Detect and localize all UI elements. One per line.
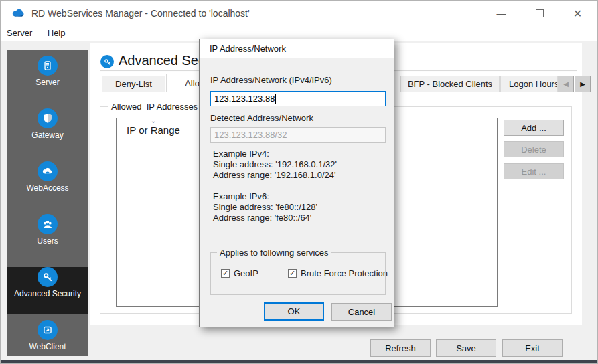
sidebar-item-advanced-security[interactable]: Advanced Security	[7, 267, 88, 314]
add-button[interactable]: Add ...	[504, 120, 564, 136]
exit-button[interactable]: Exit	[502, 339, 563, 357]
app-cloud-icon	[11, 7, 26, 18]
tab-deny-list[interactable]: Deny-List	[102, 76, 165, 92]
sidebar-item-webaccess[interactable]: WebAccess	[7, 161, 88, 208]
cancel-button[interactable]: Cancel	[331, 303, 392, 321]
cloud-icon	[38, 161, 58, 181]
arrow-right-icon: ▶	[580, 80, 585, 88]
bottom-edge-strip	[1, 360, 598, 364]
ip-address-label: IP Address/Network (IPv4/IPv6)	[210, 75, 332, 85]
ip-address-network-dialog: IP Address/Network IP Address/Network (I…	[199, 39, 394, 327]
tab-scroll-left-button[interactable]: ◀	[558, 76, 574, 92]
checkbox-checked-icon: ✓	[288, 269, 297, 278]
users-icon	[38, 214, 58, 234]
column-header-ip-or-range[interactable]: ⌄ IP or Range	[117, 119, 190, 136]
tab-scroll-right-button[interactable]: ▶	[575, 76, 591, 92]
ok-button[interactable]: OK	[264, 302, 324, 321]
text-caret	[275, 94, 276, 104]
services-legend: Applies to following services	[217, 248, 331, 258]
geoip-checkbox[interactable]: ✓ GeoIP	[221, 268, 258, 278]
webclient-icon	[38, 320, 58, 340]
app-window: RD WebServices Manager - Connected to 'l…	[0, 0, 598, 364]
sort-chevron-icon: ⌄	[117, 119, 190, 124]
tab-logon-hours[interactable]: Logon Hours	[500, 76, 558, 92]
menu-server[interactable]: Server	[1, 26, 38, 41]
brute-force-protection-checkbox[interactable]: ✓ Brute Force Protection	[288, 268, 388, 278]
title-bar: RD WebServices Manager - Connected to 'l…	[1, 1, 598, 26]
key-icon	[38, 267, 58, 287]
advanced-security-key-icon	[100, 55, 114, 68]
delete-button: Delete	[504, 141, 564, 157]
server-icon	[38, 56, 58, 76]
detected-address-field: 123.123.123.88/32	[210, 127, 386, 143]
tab-bfp-blocked-clients[interactable]: BFP - Blocked Clients	[400, 76, 500, 92]
allowed-ip-legend: Allowed IP Addresses	[108, 102, 201, 112]
minimize-icon: —	[497, 8, 506, 19]
maximize-icon	[536, 9, 544, 17]
minimize-button[interactable]: —	[486, 1, 516, 26]
sidebar-item-users[interactable]: Users	[7, 214, 88, 261]
examples-text: Example IPv4: Single address: '192.168.0…	[213, 149, 337, 223]
detected-address-label: Detected Address/Network	[210, 113, 313, 123]
save-button[interactable]: Save	[436, 339, 496, 357]
close-button[interactable]: ✕	[563, 1, 593, 26]
sidebar-item-gateway[interactable]: Gateway	[7, 108, 88, 155]
edit-button: Edit ...	[504, 163, 564, 179]
checkbox-checked-icon: ✓	[221, 269, 230, 278]
window-title: RD WebServices Manager - Connected to 'l…	[31, 1, 250, 26]
close-icon: ✕	[573, 7, 582, 20]
dialog-title: IP Address/Network	[210, 39, 286, 58]
sidebar-item-webclient[interactable]: WebClient	[7, 320, 88, 364]
arrow-left-icon: ◀	[563, 80, 569, 88]
refresh-button[interactable]: Refresh	[370, 339, 431, 357]
ip-address-input[interactable]: 123.123.123.88	[210, 91, 386, 106]
menu-help[interactable]: Help	[42, 26, 72, 41]
sidebar-item-server[interactable]: Server	[7, 56, 88, 102]
dialog-title-bar[interactable]: IP Address/Network	[200, 39, 394, 58]
maximize-button[interactable]	[524, 1, 554, 26]
shield-icon	[38, 108, 58, 128]
sidebar: Server Gateway WebAccess Users Advanced …	[7, 50, 88, 356]
